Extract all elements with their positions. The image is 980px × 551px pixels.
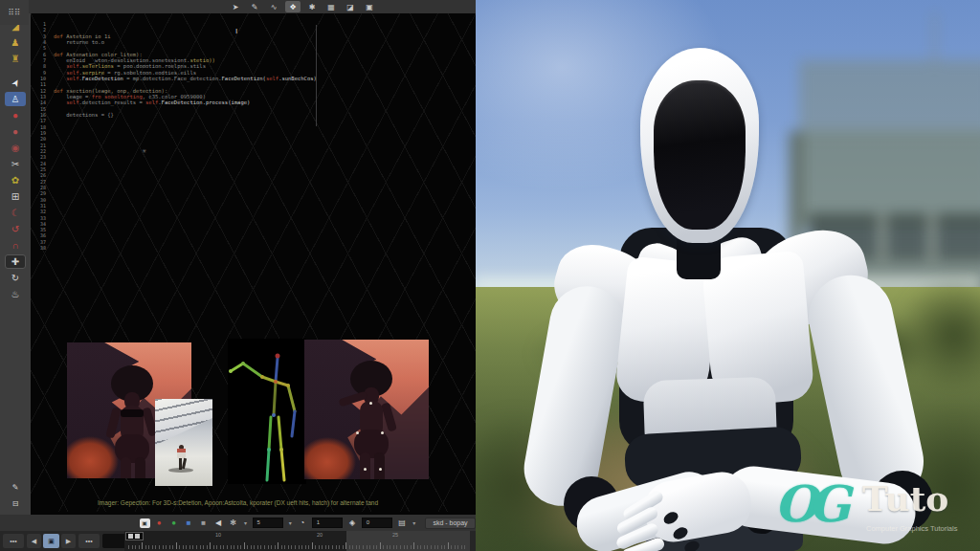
- mode-dropdown-caret[interactable]: ▾: [412, 518, 417, 529]
- watermark-subtitle: Computer Graphics Tutorials: [866, 524, 957, 533]
- timeline-tick: [299, 545, 300, 549]
- code-row: 38: [36, 245, 317, 251]
- key-blue-icon[interactable]: ■: [183, 518, 193, 529]
- timeline-tick: [179, 545, 180, 549]
- reference-image-photo[interactable]: [155, 399, 212, 486]
- timeline-tick: [284, 545, 285, 549]
- record-red-icon[interactable]: ●: [154, 518, 165, 529]
- armor-tool-glyph: ♜: [11, 54, 20, 64]
- timeline-tick: [254, 545, 255, 549]
- timeline-tick: [328, 545, 329, 549]
- reference-image-pose-skeleton[interactable]: [228, 339, 306, 484]
- apps-grid-button[interactable]: ⠿⠿: [0, 0, 29, 25]
- frame-tool-icon[interactable]: ⊞: [5, 189, 26, 204]
- timeline-playhead[interactable]: [125, 532, 144, 540]
- timeline-tick: [434, 545, 435, 549]
- orbit-tool-icon[interactable]: ↻: [5, 271, 26, 285]
- mini-grid-tool-glyph: ⊟: [12, 499, 19, 508]
- timeline-tick: [159, 545, 160, 549]
- ball-tool-icon[interactable]: ◉: [5, 141, 26, 155]
- timeline-tick: [322, 545, 323, 549]
- armor-tool-icon[interactable]: ♜: [5, 52, 26, 66]
- timeline-prev-button[interactable]: ◀: [27, 534, 41, 548]
- doll-tool-icon[interactable]: ♟: [5, 35, 26, 50]
- shade-icon[interactable]: ◪: [343, 1, 358, 12]
- flake-icon[interactable]: ✻: [228, 518, 238, 529]
- timeline-tick: [251, 545, 252, 549]
- timeline-tick: [427, 545, 428, 549]
- render-tool-glyph: ♨: [11, 289, 20, 299]
- record-green-icon[interactable]: ●: [168, 518, 179, 529]
- layers-icon[interactable]: ▤: [396, 518, 407, 529]
- mask-grid-icon[interactable]: ▦: [323, 1, 339, 12]
- texture-paint-icon[interactable]: ❖: [285, 1, 301, 12]
- timeline-tick: [387, 545, 388, 549]
- curve-icon[interactable]: ∿: [266, 1, 281, 12]
- timeline-tick: [210, 542, 211, 549]
- timeline-more2-button[interactable]: •••: [78, 534, 100, 548]
- watermark-logo: OG: [774, 471, 841, 538]
- render-tool-icon[interactable]: ♨: [5, 287, 26, 301]
- cut-tool-icon[interactable]: ✂: [5, 157, 26, 171]
- timeline-tick: [301, 545, 302, 549]
- step-input[interactable]: 5: [253, 518, 283, 528]
- code-line-text: leage = fro sooeltorting, c35.color_0959…: [54, 94, 206, 99]
- step-dropdown-caret[interactable]: ▾: [287, 518, 293, 529]
- draw-pen-icon[interactable]: ✎: [247, 1, 262, 12]
- flower-tool-glyph: ✿: [11, 175, 19, 186]
- timeline-ruler[interactable]: 102025: [124, 531, 470, 551]
- timeline-tick: [200, 545, 201, 549]
- lasso-tool-icon[interactable]: ↺: [5, 222, 26, 236]
- clock-icon[interactable]: ◔: [297, 518, 307, 529]
- timeline-tick: [437, 545, 438, 549]
- timeline-frame-label: 25: [392, 532, 398, 538]
- sculpt-tool-icon[interactable]: ●: [5, 108, 26, 122]
- mini-grid-tool-icon[interactable]: ⊟: [5, 496, 26, 511]
- current-frame-input[interactable]: 1: [312, 518, 343, 528]
- timeline-tick: [455, 545, 456, 549]
- flake-dropdown-caret[interactable]: ▾: [242, 518, 248, 529]
- move-tool-icon[interactable]: ✚: [5, 254, 26, 269]
- mini-brush-tool-icon[interactable]: ✎: [5, 480, 26, 495]
- start-frame-input[interactable]: 0: [362, 518, 392, 528]
- timeline-tick: [227, 545, 228, 549]
- timeline-next-button[interactable]: ▶: [61, 534, 76, 548]
- timeline-tick: [380, 542, 381, 549]
- timeline-tick: [448, 542, 449, 549]
- timeline-tick: [237, 545, 238, 549]
- timeline-tick: [444, 545, 445, 549]
- select-cursor-icon[interactable]: ➤: [228, 1, 243, 12]
- curve-tool-icon[interactable]: ☾: [5, 206, 26, 220]
- prev-frame-button[interactable]: ◀: [212, 518, 223, 529]
- timeline-tick: [281, 545, 282, 549]
- blob-tool-glyph: ●: [12, 126, 18, 137]
- timeline-tick: [373, 545, 374, 549]
- timeline-tick: [207, 545, 208, 549]
- frame-icon[interactable]: ▣: [362, 1, 377, 12]
- keyframe-icon[interactable]: ◈: [346, 518, 357, 529]
- timeline-more-button[interactable]: •••: [3, 534, 24, 548]
- reference-image-character-back[interactable]: [304, 340, 429, 479]
- timeline-tick: [411, 545, 412, 549]
- rig-tool-icon[interactable]: ♙: [5, 92, 26, 106]
- magnet-tool-icon[interactable]: ∩: [5, 238, 26, 253]
- timeline-rec-button[interactable]: ▣: [43, 534, 59, 548]
- code-line-text: returne to.o: [54, 39, 104, 45]
- timeline-tick: [383, 545, 384, 549]
- display-icon[interactable]: ▣: [140, 518, 150, 528]
- move-tool-glyph: ✚: [11, 256, 19, 267]
- timeline-tick: [431, 545, 432, 549]
- timeline-tick: [457, 545, 458, 549]
- brush-icon[interactable]: ✱: [304, 1, 320, 12]
- mode-button[interactable]: skd - bopay: [425, 518, 476, 529]
- timeline-tick: [396, 545, 397, 549]
- timeline-tick: [291, 545, 292, 549]
- watermark: OG Tuto Computer Graphics Tutorials: [774, 471, 975, 547]
- flower-tool-icon[interactable]: ✿: [5, 173, 26, 187]
- timeline-tick: [234, 545, 234, 549]
- timeline-tick: [295, 545, 296, 549]
- timeline-tick: [369, 545, 370, 549]
- select-tool-icon[interactable]: ➤: [5, 76, 26, 90]
- blob-tool-icon[interactable]: ●: [5, 124, 26, 139]
- key-gray-icon[interactable]: ■: [198, 518, 209, 529]
